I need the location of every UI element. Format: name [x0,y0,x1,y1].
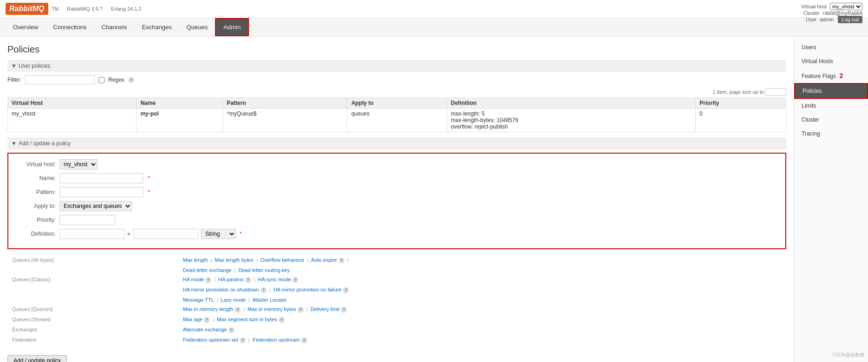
hint-master-locator[interactable]: Master Locator [253,297,287,303]
hint-queues-classic-label: Queues [Classic] [8,275,178,284]
max-in-memory-length-help-icon[interactable]: ? [235,307,241,313]
sidebar-item-feature-flags[interactable]: Feature Flags 2 [794,68,868,83]
top-right: Virtual host my_vhost Cluster rabbit@myR… [801,3,862,23]
hint-federation-upstream-set[interactable]: Federation upstream set [183,337,238,343]
sidebar-item-virtual-hosts[interactable]: Virtual Hosts [794,54,868,68]
filter-input[interactable] [25,75,95,84]
virtualhost-select[interactable]: my_vhost [830,3,862,10]
hint-dead-letter-routing-key[interactable]: Dead letter routing key [238,267,290,273]
delivery-limit-help-icon[interactable]: ? [341,307,347,313]
hint-ha-sync-mode[interactable]: HA sync mode [258,277,291,282]
pattern-row: Pattern: * [14,187,780,197]
add-policy-header[interactable]: ▼ Add / update a policy [7,138,786,149]
hint-max-in-memory-bytes[interactable]: Max in memory bytes [248,306,296,312]
hint-dead-letter-exchange[interactable]: Dead letter exchange [183,267,232,273]
pattern-form-label: Pattern: [14,189,56,195]
add-policy-section-label: Add / update a policy [19,140,71,147]
ha-sync-help-icon[interactable]: ? [292,277,298,283]
hint-lazy-mode[interactable]: Lazy mode [221,297,246,303]
vhost-form-select[interactable]: my_vhost / [59,159,98,169]
definition-inputs: = String Number Boolean List * [59,229,242,239]
auto-expire-help-icon[interactable]: ? [339,258,345,264]
hint-alternate-exchange[interactable]: Alternate exchange [183,327,227,332]
hint-message-ttl[interactable]: Message TTL [183,297,214,303]
collapse-icon: ▼ [11,63,17,69]
apply-to-select[interactable]: Exchanges and queues Exchanges Queues [59,201,132,211]
sidebar-item-limits[interactable]: Limits [794,99,868,113]
logo-tm: TM [52,6,59,12]
nav-channels[interactable]: Channels [94,19,134,35]
main-layout: Policies ▼ User policies Filter: Regex ?… [0,37,868,362]
hint-max-segment-size[interactable]: Max segment size in bytes [217,317,277,322]
apply-to-form-label: Apply to: [14,203,56,209]
hint-max-length-bytes[interactable]: Max length bytes [215,257,254,263]
user-policies-label: User policies [19,63,51,69]
federation-upstream-set-help-icon[interactable]: ? [240,337,246,343]
regex-checkbox[interactable] [98,77,104,83]
regex-help-icon[interactable]: ? [128,77,134,83]
hint-queues-stream-row: Queues [Stream] Max age ? | Max segment … [8,315,785,324]
hint-federation-row: Federation Federation upstream set ? | F… [8,336,785,345]
federation-upstream-help-icon[interactable]: ? [301,337,307,343]
col-name: Name [137,98,223,109]
cell-apply-to: queues [347,109,447,132]
hint-ha-params[interactable]: HA params [218,277,243,282]
user-policies-header[interactable]: ▼ User policies [7,60,786,71]
max-age-help-icon[interactable]: ? [204,317,210,323]
alternate-exchange-help-icon[interactable]: ? [228,327,235,333]
nav-queues[interactable]: Queues [179,19,215,35]
cell-name: my-pol [137,109,223,132]
hint-federation-upstream[interactable]: Federation upstream [253,337,300,343]
content-area: Policies ▼ User policies Filter: Regex ?… [0,37,794,362]
max-in-memory-bytes-help-icon[interactable]: ? [298,307,304,313]
hint-queues-all-row2: Dead letter exchange | Dead letter routi… [8,266,785,274]
page-size-input[interactable]: 100 [765,88,786,96]
nav-exchanges[interactable]: Exchanges [134,19,179,35]
definition-value-input[interactable] [133,229,198,239]
user-value: admin [820,17,834,22]
hint-queues-classic-row1: Queues [Classic] HA mode ? | HA params ?… [8,275,785,284]
sidebar-item-tracing[interactable]: Tracing [794,127,868,141]
col-definition: Definition [447,98,696,109]
erlang-info: Erlang 24.1.2 [111,6,141,12]
hint-ha-mode[interactable]: HA mode [183,277,204,282]
table-row: my_vhost my-pol ^myQueue$ queues max-len… [8,109,786,132]
definition-type-select[interactable]: String Number Boolean List [201,229,236,239]
hint-federation-label: Federation [8,336,178,345]
cluster-label: Cluster [803,10,820,16]
hint-ha-mirror-shutdown[interactable]: HA mirror promotion on shutdown [183,287,259,292]
hint-overflow[interactable]: Overflow behaviour [261,257,305,263]
sidebar-item-users[interactable]: Users [794,40,868,54]
name-form-label: Name: [14,175,56,181]
hint-max-age[interactable]: Max age [183,317,202,322]
annotation-2: 2 [839,72,843,79]
max-segment-help-icon[interactable]: ? [279,317,285,323]
hint-queues-classic-row2: HA mirror promotion on shutdown ? | HA m… [8,285,785,295]
nav-admin[interactable]: Admin [215,18,249,36]
cell-pattern: ^myQueue$ [223,109,347,132]
ha-mirror-shutdown-help-icon[interactable]: ? [261,287,267,293]
filter-row: Filter: Regex ? [7,75,786,84]
nav-overview[interactable]: Overview [6,19,46,35]
name-input[interactable] [59,173,143,183]
hint-max-in-memory-length[interactable]: Max in memory length [183,306,233,312]
add-policy-form: Virtual host: my_vhost / Name: * Pattern… [7,153,786,249]
ha-mode-help-icon[interactable]: ? [205,277,211,283]
logout-button[interactable]: Log out [838,16,862,23]
nav-connections[interactable]: Connections [46,19,94,35]
ha-params-help-icon[interactable]: ? [245,277,251,283]
priority-input[interactable] [59,215,115,225]
hint-auto-expire[interactable]: Auto expire [311,257,337,263]
definition-key-input[interactable] [59,229,124,239]
version-info: RabbitMQ 3.9.7 [67,6,103,12]
hint-max-length[interactable]: Max length [183,257,208,263]
add-update-policy-button[interactable]: Add / update policy [7,355,67,362]
sidebar-item-cluster[interactable]: Cluster [794,113,868,127]
submit-area: Add / update policy [7,351,786,362]
ha-mirror-failure-help-icon[interactable]: ? [343,287,349,293]
sidebar-item-policies[interactable]: Policies [794,83,868,99]
hint-ha-mirror-failure[interactable]: HA mirror promotion on failure [274,287,342,292]
hint-delivery-limit[interactable]: Delivery limit [311,306,339,312]
pattern-input[interactable] [59,187,143,197]
filter-label: Filter: [7,77,21,83]
